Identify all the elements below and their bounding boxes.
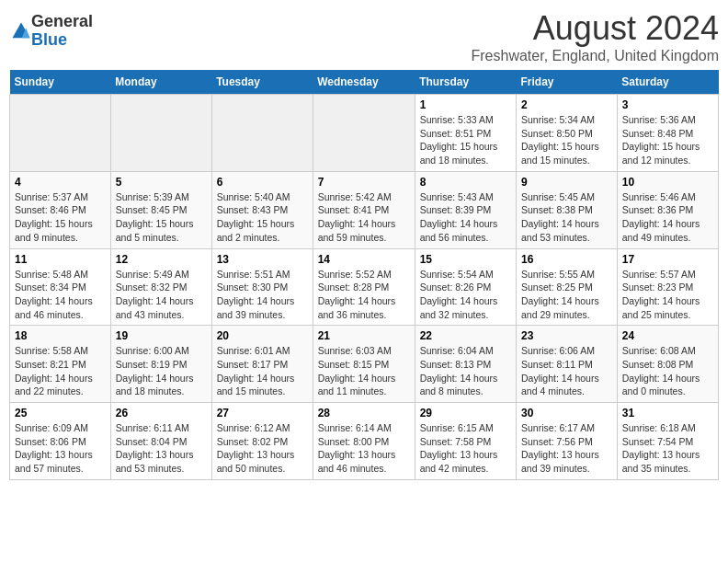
- day-number: 31: [622, 407, 713, 419]
- day-number: 25: [15, 407, 106, 419]
- calendar: SundayMondayTuesdayWednesdayThursdayFrid…: [9, 70, 719, 480]
- day-cell: 23Sunrise: 6:06 AMSunset: 8:11 PMDayligh…: [517, 326, 618, 403]
- day-number: 20: [217, 329, 308, 342]
- logo-blue: Blue: [31, 31, 93, 50]
- day-number: 21: [318, 329, 410, 342]
- logo: General Blue: [9, 13, 93, 50]
- logo-icon: [11, 21, 31, 41]
- logo-general: General: [31, 13, 93, 31]
- day-number: 10: [622, 176, 713, 189]
- day-number: 18: [15, 329, 106, 342]
- day-number: 17: [622, 253, 713, 266]
- day-number: 30: [521, 407, 612, 419]
- day-info: Sunrise: 5:46 AMSunset: 8:36 PMDaylight:…: [622, 190, 713, 245]
- week-row-3: 11Sunrise: 5:48 AMSunset: 8:34 PMDayligh…: [10, 248, 719, 326]
- day-cell: 9Sunrise: 5:45 AMSunset: 8:38 PMDaylight…: [517, 171, 618, 248]
- day-cell: 17Sunrise: 5:57 AMSunset: 8:23 PMDayligh…: [617, 248, 718, 326]
- day-info: Sunrise: 5:34 AMSunset: 8:50 PMDaylight:…: [521, 113, 612, 167]
- day-info: Sunrise: 5:37 AMSunset: 8:46 PMDaylight:…: [15, 190, 106, 245]
- logo-text: General Blue: [31, 13, 93, 50]
- day-cell: 28Sunrise: 6:14 AMSunset: 8:00 PMDayligh…: [313, 403, 415, 480]
- day-cell: 20Sunrise: 6:01 AMSunset: 8:17 PMDayligh…: [211, 326, 313, 403]
- day-info: Sunrise: 6:09 AMSunset: 8:06 PMDaylight:…: [15, 421, 106, 476]
- weekday-header-wednesday: Wednesday: [313, 70, 415, 95]
- day-info: Sunrise: 5:58 AMSunset: 8:21 PMDaylight:…: [15, 344, 106, 398]
- day-number: 12: [116, 253, 207, 266]
- week-row-4: 18Sunrise: 5:58 AMSunset: 8:21 PMDayligh…: [10, 326, 719, 403]
- day-number: 16: [521, 253, 612, 266]
- day-number: 7: [318, 176, 410, 189]
- day-info: Sunrise: 6:01 AMSunset: 8:17 PMDaylight:…: [217, 344, 308, 398]
- day-info: Sunrise: 5:49 AMSunset: 8:32 PMDaylight:…: [116, 268, 207, 322]
- day-cell: 3Sunrise: 5:36 AMSunset: 8:48 PMDaylight…: [617, 95, 718, 172]
- day-info: Sunrise: 5:36 AMSunset: 8:48 PMDaylight:…: [622, 113, 713, 167]
- day-info: Sunrise: 5:39 AMSunset: 8:45 PMDaylight:…: [116, 190, 207, 245]
- day-info: Sunrise: 5:33 AMSunset: 8:51 PMDaylight:…: [420, 113, 511, 167]
- day-cell: 15Sunrise: 5:54 AMSunset: 8:26 PMDayligh…: [415, 248, 516, 326]
- day-info: Sunrise: 6:06 AMSunset: 8:11 PMDaylight:…: [521, 344, 612, 398]
- title-area: August 2024 Freshwater, England, United …: [472, 9, 719, 64]
- day-info: Sunrise: 6:12 AMSunset: 8:02 PMDaylight:…: [217, 421, 308, 476]
- month-year: August 2024: [472, 9, 719, 48]
- day-info: Sunrise: 5:54 AMSunset: 8:26 PMDaylight:…: [420, 268, 511, 322]
- day-number: 13: [217, 253, 308, 266]
- day-number: 15: [420, 253, 511, 266]
- day-cell: 8Sunrise: 5:43 AMSunset: 8:39 PMDaylight…: [415, 171, 516, 248]
- day-number: 8: [420, 176, 511, 189]
- day-cell: 27Sunrise: 6:12 AMSunset: 8:02 PMDayligh…: [211, 403, 313, 480]
- day-cell: 5Sunrise: 5:39 AMSunset: 8:45 PMDaylight…: [110, 171, 211, 248]
- day-info: Sunrise: 5:48 AMSunset: 8:34 PMDaylight:…: [15, 268, 106, 322]
- day-number: 14: [318, 253, 410, 266]
- day-cell: 24Sunrise: 6:08 AMSunset: 8:08 PMDayligh…: [617, 326, 718, 403]
- day-number: 29: [420, 407, 511, 419]
- week-row-5: 25Sunrise: 6:09 AMSunset: 8:06 PMDayligh…: [10, 403, 719, 480]
- day-cell: 10Sunrise: 5:46 AMSunset: 8:36 PMDayligh…: [617, 171, 718, 248]
- day-cell: 18Sunrise: 5:58 AMSunset: 8:21 PMDayligh…: [10, 326, 111, 403]
- day-number: 6: [217, 176, 308, 189]
- header: General Blue August 2024 Freshwater, Eng…: [9, 9, 719, 64]
- day-number: 2: [521, 98, 612, 111]
- day-info: Sunrise: 5:52 AMSunset: 8:28 PMDaylight:…: [318, 268, 410, 322]
- location: Freshwater, England, United Kingdom: [472, 48, 719, 64]
- day-cell: 19Sunrise: 6:00 AMSunset: 8:19 PMDayligh…: [110, 326, 211, 403]
- day-cell: [10, 95, 111, 172]
- weekday-header-saturday: Saturday: [617, 70, 718, 95]
- day-cell: [110, 95, 211, 172]
- day-info: Sunrise: 5:57 AMSunset: 8:23 PMDaylight:…: [622, 268, 713, 322]
- day-cell: [313, 95, 415, 172]
- day-number: 9: [521, 176, 612, 189]
- day-cell: 11Sunrise: 5:48 AMSunset: 8:34 PMDayligh…: [10, 248, 111, 326]
- day-cell: 22Sunrise: 6:04 AMSunset: 8:13 PMDayligh…: [415, 326, 516, 403]
- day-number: 23: [521, 329, 612, 342]
- day-info: Sunrise: 5:51 AMSunset: 8:30 PMDaylight:…: [217, 268, 308, 322]
- day-cell: 2Sunrise: 5:34 AMSunset: 8:50 PMDaylight…: [517, 95, 618, 172]
- day-info: Sunrise: 5:43 AMSunset: 8:39 PMDaylight:…: [420, 190, 511, 245]
- day-cell: 14Sunrise: 5:52 AMSunset: 8:28 PMDayligh…: [313, 248, 415, 326]
- day-info: Sunrise: 5:55 AMSunset: 8:25 PMDaylight:…: [521, 268, 612, 322]
- day-cell: 21Sunrise: 6:03 AMSunset: 8:15 PMDayligh…: [313, 326, 415, 403]
- day-cell: 31Sunrise: 6:18 AMSunset: 7:54 PMDayligh…: [617, 403, 718, 480]
- day-info: Sunrise: 6:18 AMSunset: 7:54 PMDaylight:…: [622, 421, 713, 476]
- week-row-1: 1Sunrise: 5:33 AMSunset: 8:51 PMDaylight…: [10, 95, 719, 172]
- weekday-header-friday: Friday: [517, 70, 618, 95]
- day-number: 22: [420, 329, 511, 342]
- day-number: 4: [15, 176, 106, 189]
- day-info: Sunrise: 6:03 AMSunset: 8:15 PMDaylight:…: [318, 344, 410, 398]
- day-info: Sunrise: 6:14 AMSunset: 8:00 PMDaylight:…: [318, 421, 410, 476]
- day-number: 1: [420, 98, 511, 111]
- day-number: 3: [622, 98, 713, 111]
- day-cell: 12Sunrise: 5:49 AMSunset: 8:32 PMDayligh…: [110, 248, 211, 326]
- weekday-header-sunday: Sunday: [10, 70, 111, 95]
- day-cell: 4Sunrise: 5:37 AMSunset: 8:46 PMDaylight…: [10, 171, 111, 248]
- weekday-header-row: SundayMondayTuesdayWednesdayThursdayFrid…: [10, 70, 719, 95]
- day-cell: 25Sunrise: 6:09 AMSunset: 8:06 PMDayligh…: [10, 403, 111, 480]
- day-cell: 7Sunrise: 5:42 AMSunset: 8:41 PMDaylight…: [313, 171, 415, 248]
- day-cell: [211, 95, 313, 172]
- day-info: Sunrise: 6:11 AMSunset: 8:04 PMDaylight:…: [116, 421, 207, 476]
- day-cell: 30Sunrise: 6:17 AMSunset: 7:56 PMDayligh…: [517, 403, 618, 480]
- week-row-2: 4Sunrise: 5:37 AMSunset: 8:46 PMDaylight…: [10, 171, 719, 248]
- day-cell: 29Sunrise: 6:15 AMSunset: 7:58 PMDayligh…: [415, 403, 516, 480]
- day-info: Sunrise: 5:45 AMSunset: 8:38 PMDaylight:…: [521, 190, 612, 245]
- day-cell: 13Sunrise: 5:51 AMSunset: 8:30 PMDayligh…: [211, 248, 313, 326]
- day-info: Sunrise: 6:00 AMSunset: 8:19 PMDaylight:…: [116, 344, 207, 398]
